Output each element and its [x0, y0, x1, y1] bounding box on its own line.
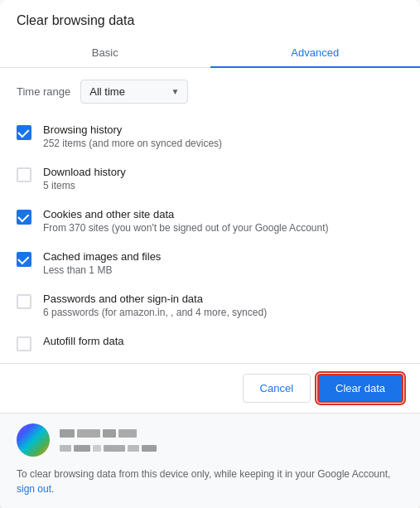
list-item: Browsing history 252 items (and more on … [0, 115, 420, 157]
email-chunk [142, 445, 157, 452]
user-email-blurred [60, 444, 157, 452]
tab-basic[interactable]: Basic [0, 38, 210, 67]
tab-basic-label: Basic [92, 46, 118, 59]
email-chunk [60, 445, 71, 452]
list-item: Cookies and other site data From 370 sit… [0, 200, 420, 242]
dropdown-arrow-icon: ▼ [171, 87, 179, 96]
cookies-desc: From 370 sites (you won't be signed out … [43, 222, 403, 234]
tabs-container: Basic Advanced [0, 38, 420, 68]
list-item: Passwords and other sign-in data 6 passw… [0, 284, 420, 327]
email-chunk [74, 445, 90, 452]
passwords-desc: 6 passwords (for amazon.in, , and 4 more… [43, 307, 403, 318]
time-range-label: Time range [17, 85, 70, 98]
user-name-blurred [60, 428, 157, 438]
name-chunk [60, 429, 75, 438]
cookies-checkbox[interactable] [17, 210, 31, 225]
list-item: Autofill form data [0, 327, 420, 363]
email-chunk [93, 445, 101, 452]
email-chunk [128, 445, 139, 452]
passwords-text: Passwords and other sign-in data 6 passw… [43, 293, 403, 318]
footer-note: To clear browsing data from this device … [0, 463, 420, 508]
clear-data-button[interactable]: Clear data [317, 374, 403, 403]
list-item: Download history 5 items [0, 157, 420, 200]
browsing-history-checkbox[interactable] [17, 125, 31, 140]
browsing-history-text: Browsing history 252 items (and more on … [43, 123, 403, 149]
cached-images-checkbox[interactable] [17, 252, 31, 267]
content-area: Time range All time ▼ Browsing history 2… [0, 68, 420, 363]
actions-bar: Cancel Clear data [0, 363, 420, 413]
name-chunk [118, 429, 137, 438]
autofill-text: Autofill form data [43, 335, 403, 347]
name-chunk [77, 429, 100, 438]
download-history-text: Download history 5 items [43, 166, 403, 191]
time-range-select[interactable]: All time ▼ [80, 80, 188, 104]
cached-images-text: Cached images and files Less than 1 MB [43, 250, 403, 276]
passwords-checkbox[interactable] [17, 294, 31, 309]
download-history-checkbox[interactable] [17, 167, 31, 182]
email-chunk [104, 445, 125, 452]
cached-images-desc: Less than 1 MB [43, 264, 403, 276]
user-info [60, 428, 157, 452]
cancel-button[interactable]: Cancel [243, 374, 311, 403]
time-range-row: Time range All time ▼ [0, 68, 420, 115]
user-row [0, 414, 420, 463]
dialog-title: Clear browsing data [0, 0, 420, 38]
download-history-label: Download history [43, 166, 403, 178]
cached-images-label: Cached images and files [43, 250, 403, 263]
tab-advanced-label: Advanced [291, 46, 339, 59]
clear-browsing-data-dialog: Clear browsing data Basic Advanced Time … [0, 0, 420, 508]
tab-advanced[interactable]: Advanced [210, 38, 421, 67]
cookies-text: Cookies and other site data From 370 sit… [43, 208, 403, 234]
sign-out-link[interactable]: sign out [17, 483, 51, 495]
scrollable-content[interactable]: Time range All time ▼ Browsing history 2… [0, 68, 420, 363]
download-history-desc: 5 items [43, 180, 403, 191]
autofill-label: Autofill form data [43, 335, 403, 347]
footer-note-end: . [51, 483, 54, 495]
footer-note-text: To clear browsing data from this device … [17, 468, 390, 480]
passwords-label: Passwords and other sign-in data [43, 293, 403, 305]
avatar [17, 423, 50, 457]
browsing-history-label: Browsing history [43, 123, 403, 136]
autofill-checkbox[interactable] [17, 336, 31, 351]
user-footer: To clear browsing data from this device … [0, 413, 420, 508]
name-chunk [103, 429, 116, 438]
list-item: Cached images and files Less than 1 MB [0, 242, 420, 284]
cookies-label: Cookies and other site data [43, 208, 403, 220]
browsing-history-desc: 252 items (and more on synced devices) [43, 138, 403, 149]
time-range-value: All time [89, 85, 125, 98]
